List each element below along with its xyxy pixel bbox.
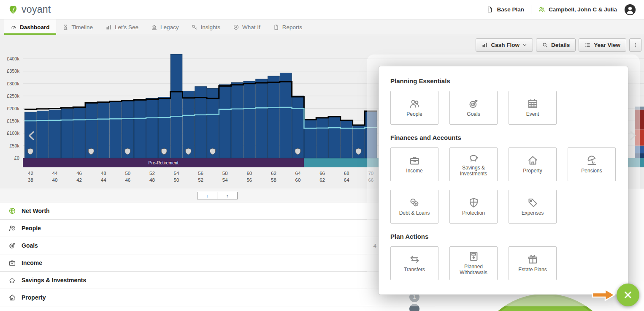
cash-flow-dropdown[interactable]: Cash Flow xyxy=(476,38,533,52)
tile-income[interactable]: Income xyxy=(390,147,438,181)
tab-what-if[interactable]: What If xyxy=(227,19,267,35)
tile-savings-investments[interactable]: Savings & Investments xyxy=(449,147,498,181)
tab-label: What If xyxy=(242,24,260,30)
client-selector[interactable]: Campbell, John C & Julia xyxy=(538,6,617,13)
tile-expenses[interactable]: Expenses xyxy=(509,190,557,224)
base-plan-button[interactable]: Base Plan xyxy=(486,6,524,13)
tile-estate-plans[interactable]: Estate Plans xyxy=(509,246,557,280)
tile-label: People xyxy=(405,112,424,117)
what-if-icon xyxy=(233,24,239,30)
row-savings-investments[interactable]: Savings & Investments xyxy=(0,272,435,289)
svg-text:46: 46 xyxy=(125,177,130,183)
row-label: Income xyxy=(22,259,42,266)
tile-people[interactable]: People xyxy=(390,91,438,125)
estate-plans-icon xyxy=(527,254,538,265)
svg-text:50: 50 xyxy=(174,177,179,183)
tab-label: Let's See xyxy=(115,24,138,30)
tab-dashboard[interactable]: Dashboard xyxy=(4,19,56,35)
income-icon xyxy=(8,259,16,267)
profile-icon[interactable] xyxy=(624,3,636,16)
tile-goals[interactable]: Goals xyxy=(449,91,498,125)
tab-label: Legacy xyxy=(160,24,179,30)
panel-resize-controls: ↓ ↑ xyxy=(197,192,238,199)
svg-text:60: 60 xyxy=(295,177,301,183)
tile-label: Income xyxy=(404,168,424,174)
savings-icon xyxy=(468,152,479,163)
tab-label: Insights xyxy=(200,24,220,30)
svg-text:58: 58 xyxy=(222,171,228,176)
savings-icon xyxy=(8,276,16,284)
tile-protection[interactable]: Protection xyxy=(449,190,498,224)
details-button[interactable]: Details xyxy=(536,38,576,52)
svg-text:£300k: £300k xyxy=(7,81,19,86)
chevron-down-icon xyxy=(522,43,527,47)
collapse-panel-button[interactable]: ↓ xyxy=(197,192,217,199)
tile-event[interactable]: Event xyxy=(509,91,557,125)
tab-let-s-see[interactable]: Let's See xyxy=(99,19,145,35)
tile-label: Transfers xyxy=(402,267,427,273)
close-dialog-button[interactable] xyxy=(617,284,639,306)
row-label: Property xyxy=(22,294,46,301)
dialog-section-title: Finances and Accounts xyxy=(390,134,616,141)
tab-label: Timeline xyxy=(72,24,93,30)
close-icon xyxy=(623,290,633,300)
row-income[interactable]: Income xyxy=(0,254,435,272)
tab-legacy[interactable]: Legacy xyxy=(145,19,185,35)
client-name: Campbell, John C & Julia xyxy=(549,6,617,13)
insights-icon xyxy=(191,24,198,30)
svg-text:44: 44 xyxy=(101,177,106,183)
year-view-label: Year View xyxy=(594,42,620,48)
tile-pensions[interactable]: Pensions xyxy=(568,147,616,181)
tile-property[interactable]: Property xyxy=(509,147,557,181)
header-divider xyxy=(531,5,531,14)
dialog-body: Planning EssentialsPeopleGoalsEventFinan… xyxy=(379,66,628,300)
svg-text:£150k: £150k xyxy=(7,118,19,123)
expand-panel-button[interactable]: ↑ xyxy=(217,192,238,199)
voyant-logo-text: voyant xyxy=(22,4,51,15)
svg-text:52: 52 xyxy=(149,171,155,176)
tile-label: Planned Withdrawals xyxy=(450,264,497,276)
svg-text:48: 48 xyxy=(149,177,155,183)
tile-planned-withdrawals[interactable]: Planned Withdrawals xyxy=(449,246,498,280)
tile-debt-loans[interactable]: Debt & Loans xyxy=(390,190,438,224)
debt-loans-icon xyxy=(409,197,420,208)
svg-text:70: 70 xyxy=(368,171,373,176)
app-window: voyant Base Plan Campbell, John C & Juli… xyxy=(0,0,644,311)
svg-text:£0: £0 xyxy=(14,156,19,161)
tab-reports[interactable]: Reports xyxy=(267,19,308,35)
expenses-icon xyxy=(527,197,538,208)
row-property[interactable]: Property xyxy=(0,289,435,306)
bar-chart-icon xyxy=(482,42,488,48)
chart-menu-button[interactable] xyxy=(629,38,641,52)
panel-resize-row: ↓ ↑ xyxy=(0,189,435,202)
tile-label: Event xyxy=(525,112,541,117)
magnifier-icon xyxy=(542,42,548,48)
income-icon xyxy=(409,155,420,166)
count-badge-partial xyxy=(409,304,419,311)
tile-grid: IncomeSavings & InvestmentsPropertyPensi… xyxy=(390,147,616,224)
planned-withdrawals-icon xyxy=(468,251,479,262)
tile-label: Debt & Loans xyxy=(398,210,432,216)
svg-text:58: 58 xyxy=(271,177,276,183)
svg-text:42: 42 xyxy=(76,177,82,183)
row-goals[interactable]: Goals4 xyxy=(0,237,435,254)
dialog-section-title: Plan Actions xyxy=(390,233,616,240)
tile-transfers[interactable]: Transfers xyxy=(390,246,438,280)
svg-text:62: 62 xyxy=(271,171,276,176)
net-worth-icon xyxy=(8,207,16,215)
row-people[interactable]: People xyxy=(0,220,435,237)
year-view-button[interactable]: Year View xyxy=(579,38,626,52)
tab-timeline[interactable]: Timeline xyxy=(56,19,100,35)
row-label: People xyxy=(22,225,41,232)
row-net-worth[interactable]: Net Worth xyxy=(0,202,435,220)
row-label: Goals xyxy=(22,242,38,249)
tab-label: Dashboard xyxy=(20,24,50,30)
svg-text:£350k: £350k xyxy=(7,68,19,74)
tab-insights[interactable]: Insights xyxy=(185,19,227,35)
row-label: Savings & Investments xyxy=(22,277,86,284)
chart-scroll-left-button[interactable] xyxy=(26,127,37,144)
voyant-logo[interactable]: voyant xyxy=(8,4,51,15)
chart-scroll-right-button[interactable] xyxy=(627,127,638,144)
svg-text:Pre-Retirement: Pre-Retirement xyxy=(149,160,179,165)
svg-text:54: 54 xyxy=(174,171,179,176)
